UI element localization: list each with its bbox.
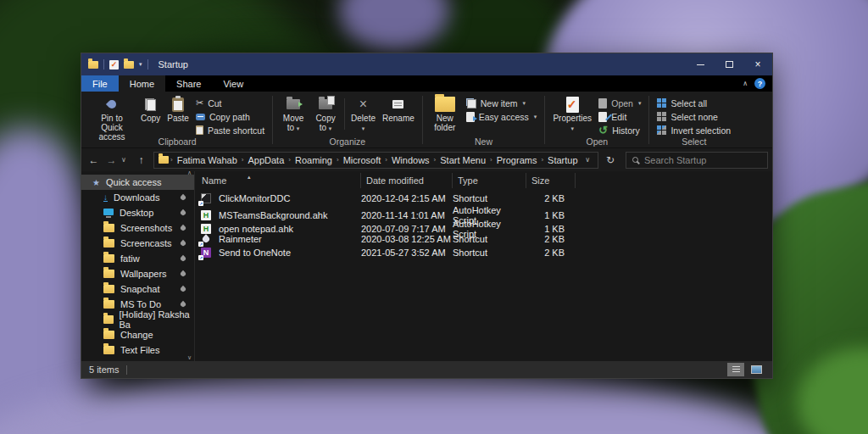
file-row-open-notepad[interactable]: open notepad.ahk 2020-07-09 7:17 AM Auto… (200, 219, 772, 232)
collapse-ribbon-icon[interactable]: ∧ (743, 80, 748, 87)
window-controls: × (686, 53, 772, 75)
copy-path-button[interactable]: Copy path (192, 110, 268, 123)
search-icon (632, 157, 638, 163)
sidebar-item-holiday-raksha[interactable]: [Holiday] Raksha Ba (81, 312, 194, 327)
ribbon-group-clipboard: Pin to Quick access Copy Paste ✂ Cut (83, 92, 271, 147)
sidebar-item-text-files[interactable]: Text Files (81, 342, 194, 358)
new-folder-button[interactable]: New folder (427, 93, 463, 132)
forward-button[interactable]: → (103, 154, 120, 166)
sidebar-item-wallpapers[interactable]: Wallpapers (81, 266, 194, 281)
move-to-button[interactable]: Move to ▾ (277, 93, 309, 133)
breadcrumb-segment[interactable]: Start Menu (437, 155, 488, 165)
file-row-clickmonitorddc[interactable]: ClickMonitorDDC 2020-12-04 2:15 AM Short… (200, 192, 772, 205)
file-row-rainmeter[interactable]: Rainmeter 2020-03-08 12:25 AM Shortcut 2… (200, 232, 772, 246)
file-name: open notepad.ahk (219, 224, 361, 234)
breadcrumb-segment[interactable]: Fatima Wahab (175, 155, 240, 165)
column-header-date-modified[interactable]: Date modified (361, 173, 453, 188)
file-date: 2020-12-04 2:15 AM (361, 193, 453, 203)
file-row-msteamsbackground[interactable]: MSTeamsBackground.ahk 2020-11-14 1:01 AM… (200, 205, 772, 219)
breadcrumb[interactable]: › Fatima Wahab › AppData › Roaming › Mic… (153, 152, 598, 169)
search-box[interactable] (626, 152, 768, 169)
sidebar-item-desktop[interactable]: Desktop (81, 205, 194, 220)
cut-button[interactable]: ✂ Cut (192, 97, 268, 109)
sidebar-item-snapchat[interactable]: Snapchat (81, 281, 194, 297)
copy-button[interactable]: Copy (137, 93, 164, 123)
ribbon-separator (544, 96, 545, 144)
button-label: Paste (167, 114, 189, 123)
location-folder-icon (159, 156, 169, 164)
up-button[interactable]: ↑ (133, 154, 149, 166)
sidebar-scroll-down-icon[interactable]: ∨ (187, 354, 192, 361)
group-label: Open (546, 136, 648, 147)
copy-to-button[interactable]: Copy to ▾ (309, 93, 342, 133)
select-all-button[interactable]: Select all (654, 97, 734, 109)
pin-to-quick-access-button[interactable]: Pin to Quick access (86, 93, 137, 142)
search-input[interactable] (644, 155, 761, 165)
paste-button[interactable]: Paste (164, 93, 192, 123)
history-button[interactable]: ↺ History (595, 124, 644, 136)
refresh-icon[interactable]: ↻ (600, 154, 620, 166)
tab-home[interactable]: Home (119, 75, 165, 92)
edit-button[interactable]: Edit (595, 110, 644, 123)
recent-locations-caret-icon[interactable]: ∨ (121, 156, 131, 164)
delete-button[interactable]: × Delete ▾ (348, 93, 379, 133)
properties-quick-button[interactable]: ✓ (109, 60, 119, 70)
folder-icon (103, 300, 114, 309)
breadcrumb-segment[interactable]: AppData (245, 155, 287, 165)
sidebar-item-screenshots[interactable]: Screenshots (81, 220, 194, 236)
paste-shortcut-button[interactable]: Paste shortcut (192, 124, 268, 136)
tab-file[interactable]: File (81, 75, 119, 92)
autohotkey-icon (201, 224, 211, 234)
pin-icon (180, 286, 186, 292)
address-dropdown-caret-icon[interactable]: ∨ (581, 156, 593, 164)
tab-view[interactable]: View (212, 75, 254, 92)
pin-icon (180, 301, 186, 308)
breadcrumb-segment[interactable]: Microsoft (341, 155, 384, 165)
new-item-button[interactable]: New item ▾ (463, 97, 540, 109)
window-folder-icon (88, 61, 98, 69)
check-icon: ✓ (567, 97, 577, 112)
folder-icon (103, 224, 114, 232)
close-button[interactable]: × (743, 53, 772, 75)
breadcrumb-segment[interactable]: Programs (494, 155, 540, 165)
properties-button[interactable]: ✓ Properties ▾ (549, 93, 595, 133)
chevron-right-icon: › (240, 156, 246, 164)
maximize-button[interactable] (715, 53, 743, 75)
customize-toolbar-caret-icon[interactable]: ▾ (139, 61, 142, 68)
button-label: Easy access (479, 112, 529, 122)
column-header-size[interactable]: Size (526, 173, 576, 188)
pin-icon (106, 98, 118, 110)
column-header-type[interactable]: Type (453, 173, 526, 188)
sidebar-item-fatiw[interactable]: fatiw (81, 251, 194, 266)
tab-share[interactable]: Share (165, 75, 212, 92)
new-folder-quick-button[interactable] (124, 61, 134, 69)
column-header-name[interactable]: ▴ Name (200, 173, 361, 188)
button-label: Invert selection (670, 125, 731, 136)
rename-button[interactable]: Rename (379, 93, 418, 123)
sidebar-item-downloads[interactable]: ↓ Downloads (81, 190, 194, 205)
dropdown-caret-icon: ▾ (534, 114, 537, 120)
easy-access-button[interactable]: Easy access ▾ (463, 110, 540, 123)
ribbon-group-open: ✓ Properties ▾ Open ▾ Edit ↺ (546, 92, 648, 147)
thumbnails-view-button[interactable] (748, 363, 765, 376)
sidebar-item-screencasts[interactable]: Screencasts (81, 236, 194, 251)
breadcrumb-segment[interactable]: Windows (389, 155, 432, 165)
file-type: Shortcut (453, 234, 526, 244)
file-row-send-to-onenote[interactable]: Send to OneNote 2021-05-27 3:52 AM Short… (200, 246, 772, 259)
file-date: 2021-05-27 3:52 AM (361, 248, 453, 258)
folder-icon (103, 239, 114, 248)
back-button[interactable]: ← (86, 154, 102, 166)
sidebar-item-quick-access[interactable]: ★ Quick access (81, 175, 194, 190)
help-icon[interactable]: ? (754, 78, 765, 89)
details-view-button[interactable] (727, 363, 744, 376)
open-button[interactable]: Open ▾ (595, 97, 644, 109)
sidebar-item-change[interactable]: Change (81, 327, 194, 342)
invert-selection-button[interactable]: Invert selection (654, 124, 734, 136)
select-none-button[interactable]: Select none (654, 110, 734, 123)
breadcrumb-segment[interactable]: Roaming (292, 155, 335, 165)
minimize-button[interactable] (686, 53, 715, 75)
breadcrumb-segment[interactable]: Startup (545, 155, 580, 165)
pin-icon (180, 194, 186, 201)
group-label: Organize (274, 136, 421, 147)
ribbon-separator (272, 96, 273, 144)
